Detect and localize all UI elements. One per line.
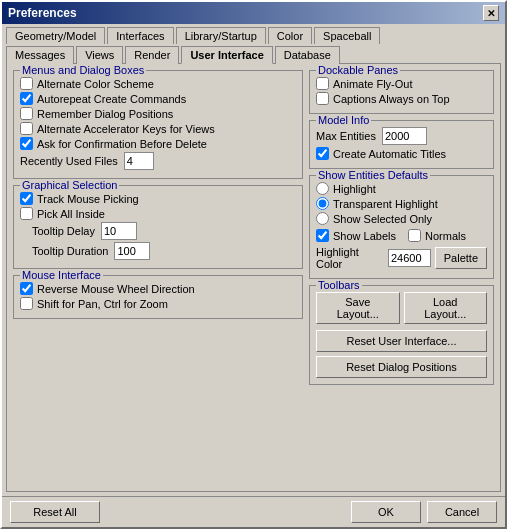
graphical-group-label: Graphical Selection <box>20 179 119 191</box>
toolbars-group: Toolbars Save Layout... Load Layout... R… <box>309 285 494 385</box>
tab-color[interactable]: Color <box>268 27 312 44</box>
highlight-radio-row: Highlight <box>316 182 487 195</box>
shift-pan-checkbox[interactable] <box>20 297 33 310</box>
pick-all-checkbox[interactable] <box>20 207 33 220</box>
alternate-color-checkbox[interactable] <box>20 77 33 90</box>
ok-button[interactable]: OK <box>351 501 421 523</box>
right-column: Dockable Panes Animate Fly-Out Captions … <box>309 70 494 485</box>
preferences-window: Preferences ✕ Geometry/Model Interfaces … <box>0 0 507 529</box>
alternate-accel-row: Alternate Accelerator Keys for Views <box>20 122 296 135</box>
palette-button[interactable]: Palette <box>435 247 487 269</box>
animate-flyout-label: Animate Fly-Out <box>333 78 412 90</box>
remember-dialog-row: Remember Dialog Positions <box>20 107 296 120</box>
model-info-group: Model Info Max Entities Create Automatic… <box>309 120 494 169</box>
transparent-label: Transparent Highlight <box>333 198 438 210</box>
reverse-mouse-checkbox[interactable] <box>20 282 33 295</box>
tooltip-delay-label: Tooltip Delay <box>32 225 95 237</box>
track-mouse-label: Track Mouse Picking <box>37 193 139 205</box>
recently-used-row: Recently Used Files <box>20 152 296 170</box>
ask-confirm-row: Ask for Confirmation Before Delete <box>20 137 296 150</box>
normals-row: Normals <box>408 229 466 242</box>
tooltip-duration-label: Tooltip Duration <box>32 245 108 257</box>
recently-used-input[interactable] <box>124 152 154 170</box>
alternate-color-label: Alternate Color Scheme <box>37 78 154 90</box>
tab-library-startup[interactable]: Library/Startup <box>176 27 266 44</box>
animate-flyout-checkbox[interactable] <box>316 77 329 90</box>
title-bar: Preferences ✕ <box>2 2 505 24</box>
reset-dialog-button[interactable]: Reset Dialog Positions <box>316 356 487 378</box>
alternate-accel-label: Alternate Accelerator Keys for Views <box>37 123 215 135</box>
reset-all-button[interactable]: Reset All <box>10 501 100 523</box>
graphical-selection-group: Graphical Selection Track Mouse Picking … <box>13 185 303 269</box>
dockable-panes-group: Dockable Panes Animate Fly-Out Captions … <box>309 70 494 114</box>
create-auto-titles-row: Create Automatic Titles <box>316 147 487 160</box>
layout-buttons-row: Save Layout... Load Layout... <box>316 292 487 324</box>
tab-geometry-model[interactable]: Geometry/Model <box>6 27 105 44</box>
reverse-mouse-label: Reverse Mouse Wheel Direction <box>37 283 195 295</box>
reset-ui-button[interactable]: Reset User Interface... <box>316 330 487 352</box>
mouse-interface-group: Mouse Interface Reverse Mouse Wheel Dire… <box>13 275 303 319</box>
reverse-mouse-row: Reverse Mouse Wheel Direction <box>20 282 296 295</box>
tab-interfaces[interactable]: Interfaces <box>107 27 173 44</box>
bottom-bar: Reset All OK Cancel <box>2 496 505 527</box>
animate-flyout-row: Animate Fly-Out <box>316 77 487 90</box>
pick-all-row: Pick All Inside <box>20 207 296 220</box>
captions-on-top-row: Captions Always on Top <box>316 92 487 105</box>
tooltip-delay-row: Tooltip Delay <box>20 222 296 240</box>
captions-on-top-checkbox[interactable] <box>316 92 329 105</box>
tab-views[interactable]: Views <box>76 46 123 64</box>
max-entities-input[interactable] <box>382 127 427 145</box>
create-auto-titles-checkbox[interactable] <box>316 147 329 160</box>
shift-pan-row: Shift for Pan, Ctrl for Zoom <box>20 297 296 310</box>
tab-database[interactable]: Database <box>275 46 340 64</box>
shift-pan-label: Shift for Pan, Ctrl for Zoom <box>37 298 168 310</box>
tab-row-2: Messages Views Render User Interface Dat… <box>2 43 505 63</box>
max-entities-label: Max Entities <box>316 130 376 142</box>
highlight-color-label: Highlight Color <box>316 246 384 270</box>
left-column: Menus and Dialog Boxes Alternate Color S… <box>13 70 303 485</box>
alternate-accel-checkbox[interactable] <box>20 122 33 135</box>
tab-row-1: Geometry/Model Interfaces Library/Startu… <box>2 24 505 43</box>
show-labels-checkbox[interactable] <box>316 229 329 242</box>
menus-group-label: Menus and Dialog Boxes <box>20 64 146 76</box>
create-auto-titles-label: Create Automatic Titles <box>333 148 446 160</box>
show-defaults-label: Show Entities Defaults <box>316 169 430 181</box>
cancel-button[interactable]: Cancel <box>427 501 497 523</box>
autorepeat-checkbox[interactable] <box>20 92 33 105</box>
highlight-color-row: Highlight Color 24600 Palette <box>316 246 487 270</box>
show-selected-radio-row: Show Selected Only <box>316 212 487 225</box>
model-info-label: Model Info <box>316 114 371 126</box>
autorepeat-row: Autorepeat Create Commands <box>20 92 296 105</box>
remember-dialog-checkbox[interactable] <box>20 107 33 120</box>
highlight-radio[interactable] <box>316 182 329 195</box>
track-mouse-row: Track Mouse Picking <box>20 192 296 205</box>
remember-dialog-label: Remember Dialog Positions <box>37 108 173 120</box>
transparent-radio[interactable] <box>316 197 329 210</box>
ask-confirm-label: Ask for Confirmation Before Delete <box>37 138 207 150</box>
pick-all-label: Pick All Inside <box>37 208 105 220</box>
show-selected-radio[interactable] <box>316 212 329 225</box>
captions-on-top-label: Captions Always on Top <box>333 93 450 105</box>
tab-render[interactable]: Render <box>125 46 179 64</box>
track-mouse-checkbox[interactable] <box>20 192 33 205</box>
recently-used-label: Recently Used Files <box>20 155 118 167</box>
tab-spaceball[interactable]: Spaceball <box>314 27 380 44</box>
transparent-radio-row: Transparent Highlight <box>316 197 487 210</box>
tooltip-duration-row: Tooltip Duration <box>20 242 296 260</box>
save-layout-button[interactable]: Save Layout... <box>316 292 400 324</box>
show-selected-label: Show Selected Only <box>333 213 432 225</box>
dockable-group-label: Dockable Panes <box>316 64 400 76</box>
normals-checkbox[interactable] <box>408 229 421 242</box>
tooltip-duration-input[interactable] <box>114 242 150 260</box>
toolbars-label: Toolbars <box>316 279 362 291</box>
load-layout-button[interactable]: Load Layout... <box>404 292 488 324</box>
show-labels-label: Show Labels <box>333 230 396 242</box>
normals-label: Normals <box>425 230 466 242</box>
tab-user-interface[interactable]: User Interface <box>181 46 272 64</box>
ask-confirm-checkbox[interactable] <box>20 137 33 150</box>
tooltip-delay-input[interactable] <box>101 222 137 240</box>
highlight-color-value[interactable]: 24600 <box>388 249 431 267</box>
close-button[interactable]: ✕ <box>483 5 499 21</box>
menus-group: Menus and Dialog Boxes Alternate Color S… <box>13 70 303 179</box>
tab-messages[interactable]: Messages <box>6 46 74 64</box>
